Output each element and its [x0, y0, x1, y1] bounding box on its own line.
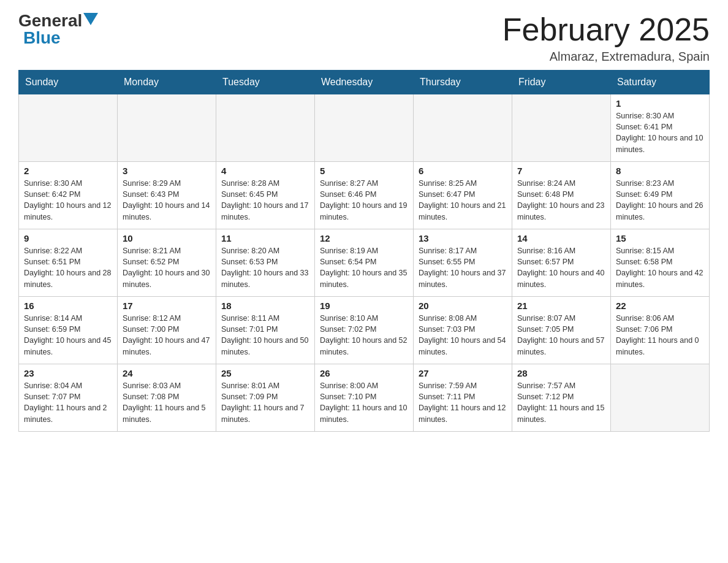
day-number: 16	[24, 301, 112, 311]
day-info: Sunrise: 8:28 AMSunset: 6:45 PMDaylight:…	[221, 178, 309, 223]
day-number: 8	[616, 166, 704, 176]
day-info: Sunrise: 8:04 AMSunset: 7:07 PMDaylight:…	[24, 380, 112, 425]
day-number: 9	[24, 233, 112, 243]
weekday-header-row: SundayMondayTuesdayWednesdayThursdayFrid…	[19, 71, 710, 94]
calendar-week-row: 1Sunrise: 8:30 AMSunset: 6:41 PMDaylight…	[19, 94, 710, 162]
day-number: 12	[320, 233, 408, 243]
weekday-header-tuesday: Tuesday	[216, 71, 315, 94]
day-number: 21	[517, 301, 605, 311]
day-info: Sunrise: 8:08 AMSunset: 7:03 PMDaylight:…	[419, 313, 507, 358]
day-number: 3	[123, 166, 211, 176]
calendar-cell: 17Sunrise: 8:12 AMSunset: 7:00 PMDayligh…	[118, 297, 216, 364]
day-info: Sunrise: 8:23 AMSunset: 6:49 PMDaylight:…	[616, 178, 704, 223]
day-number: 10	[123, 233, 211, 243]
calendar-cell: 1Sunrise: 8:30 AMSunset: 6:41 PMDaylight…	[611, 94, 710, 162]
calendar-subtitle: Almaraz, Extremadura, Spain	[502, 50, 710, 64]
day-info: Sunrise: 8:21 AMSunset: 6:52 PMDaylight:…	[123, 245, 211, 290]
weekday-header-monday: Monday	[118, 71, 216, 94]
day-number: 18	[221, 301, 309, 311]
day-info: Sunrise: 8:29 AMSunset: 6:43 PMDaylight:…	[123, 178, 211, 223]
day-info: Sunrise: 8:25 AMSunset: 6:47 PMDaylight:…	[419, 178, 507, 223]
calendar-cell: 7Sunrise: 8:24 AMSunset: 6:48 PMDaylight…	[512, 162, 611, 229]
day-info: Sunrise: 8:24 AMSunset: 6:48 PMDaylight:…	[517, 178, 605, 223]
logo: General Blue	[18, 12, 98, 47]
calendar-cell: 5Sunrise: 8:27 AMSunset: 6:46 PMDaylight…	[315, 162, 414, 229]
day-number: 23	[24, 368, 112, 378]
day-number: 25	[221, 368, 309, 378]
weekday-header-friday: Friday	[512, 71, 611, 94]
calendar-cell: 16Sunrise: 8:14 AMSunset: 6:59 PMDayligh…	[19, 297, 118, 364]
calendar-cell: 24Sunrise: 8:03 AMSunset: 7:08 PMDayligh…	[118, 364, 216, 432]
day-info: Sunrise: 8:12 AMSunset: 7:00 PMDaylight:…	[123, 313, 211, 358]
day-number: 26	[320, 368, 408, 378]
day-number: 24	[123, 368, 211, 378]
day-number: 19	[320, 301, 408, 311]
weekday-header-saturday: Saturday	[611, 71, 710, 94]
day-info: Sunrise: 8:03 AMSunset: 7:08 PMDaylight:…	[123, 380, 211, 425]
calendar-cell: 18Sunrise: 8:11 AMSunset: 7:01 PMDayligh…	[216, 297, 315, 364]
day-number: 7	[517, 166, 605, 176]
calendar-cell	[118, 94, 216, 162]
calendar-cell: 27Sunrise: 7:59 AMSunset: 7:11 PMDayligh…	[414, 364, 512, 432]
calendar-cell	[611, 364, 710, 432]
calendar-cell: 15Sunrise: 8:15 AMSunset: 6:58 PMDayligh…	[611, 229, 710, 297]
calendar-cell	[315, 94, 414, 162]
day-info: Sunrise: 8:01 AMSunset: 7:09 PMDaylight:…	[221, 380, 309, 425]
calendar-cell: 4Sunrise: 8:28 AMSunset: 6:45 PMDaylight…	[216, 162, 315, 229]
page-header: General Blue February 2025 Almaraz, Extr…	[18, 12, 710, 64]
calendar-cell: 10Sunrise: 8:21 AMSunset: 6:52 PMDayligh…	[118, 229, 216, 297]
day-number: 11	[221, 233, 309, 243]
logo-general-text: General	[18, 12, 82, 29]
day-number: 17	[123, 301, 211, 311]
calendar-cell: 14Sunrise: 8:16 AMSunset: 6:57 PMDayligh…	[512, 229, 611, 297]
title-block: February 2025 Almaraz, Extremadura, Spai…	[502, 12, 710, 64]
calendar-cell	[216, 94, 315, 162]
calendar-cell: 12Sunrise: 8:19 AMSunset: 6:54 PMDayligh…	[315, 229, 414, 297]
calendar-cell: 3Sunrise: 8:29 AMSunset: 6:43 PMDaylight…	[118, 162, 216, 229]
calendar-cell: 28Sunrise: 7:57 AMSunset: 7:12 PMDayligh…	[512, 364, 611, 432]
day-number: 27	[419, 368, 507, 378]
day-info: Sunrise: 8:15 AMSunset: 6:58 PMDaylight:…	[616, 245, 704, 290]
calendar-body: 1Sunrise: 8:30 AMSunset: 6:41 PMDaylight…	[19, 94, 710, 432]
calendar-cell: 13Sunrise: 8:17 AMSunset: 6:55 PMDayligh…	[414, 229, 512, 297]
day-number: 13	[419, 233, 507, 243]
day-number: 20	[419, 301, 507, 311]
calendar-week-row: 2Sunrise: 8:30 AMSunset: 6:42 PMDaylight…	[19, 162, 710, 229]
day-info: Sunrise: 8:19 AMSunset: 6:54 PMDaylight:…	[320, 245, 408, 290]
day-info: Sunrise: 8:14 AMSunset: 6:59 PMDaylight:…	[24, 313, 112, 358]
day-info: Sunrise: 8:30 AMSunset: 6:42 PMDaylight:…	[24, 178, 112, 223]
day-info: Sunrise: 7:59 AMSunset: 7:11 PMDaylight:…	[419, 380, 507, 425]
calendar-cell: 21Sunrise: 8:07 AMSunset: 7:05 PMDayligh…	[512, 297, 611, 364]
day-number: 4	[221, 166, 309, 176]
calendar-week-row: 23Sunrise: 8:04 AMSunset: 7:07 PMDayligh…	[19, 364, 710, 432]
day-number: 15	[616, 233, 704, 243]
logo-blue-text: Blue	[23, 29, 61, 47]
day-info: Sunrise: 8:00 AMSunset: 7:10 PMDaylight:…	[320, 380, 408, 425]
calendar-cell: 23Sunrise: 8:04 AMSunset: 7:07 PMDayligh…	[19, 364, 118, 432]
calendar-cell: 22Sunrise: 8:06 AMSunset: 7:06 PMDayligh…	[611, 297, 710, 364]
calendar-title: February 2025	[502, 12, 710, 47]
day-number: 14	[517, 233, 605, 243]
calendar-week-row: 16Sunrise: 8:14 AMSunset: 6:59 PMDayligh…	[19, 297, 710, 364]
day-info: Sunrise: 8:11 AMSunset: 7:01 PMDaylight:…	[221, 313, 309, 358]
calendar-cell: 19Sunrise: 8:10 AMSunset: 7:02 PMDayligh…	[315, 297, 414, 364]
day-info: Sunrise: 8:10 AMSunset: 7:02 PMDaylight:…	[320, 313, 408, 358]
calendar-cell: 25Sunrise: 8:01 AMSunset: 7:09 PMDayligh…	[216, 364, 315, 432]
weekday-header-sunday: Sunday	[19, 71, 118, 94]
calendar-cell: 20Sunrise: 8:08 AMSunset: 7:03 PMDayligh…	[414, 297, 512, 364]
day-info: Sunrise: 8:30 AMSunset: 6:41 PMDaylight:…	[616, 110, 704, 155]
day-info: Sunrise: 8:27 AMSunset: 6:46 PMDaylight:…	[320, 178, 408, 223]
weekday-header-wednesday: Wednesday	[315, 71, 414, 94]
day-info: Sunrise: 8:22 AMSunset: 6:51 PMDaylight:…	[24, 245, 112, 290]
day-info: Sunrise: 8:16 AMSunset: 6:57 PMDaylight:…	[517, 245, 605, 290]
calendar-cell: 9Sunrise: 8:22 AMSunset: 6:51 PMDaylight…	[19, 229, 118, 297]
day-number: 6	[419, 166, 507, 176]
calendar-cell: 2Sunrise: 8:30 AMSunset: 6:42 PMDaylight…	[19, 162, 118, 229]
day-info: Sunrise: 8:06 AMSunset: 7:06 PMDaylight:…	[616, 313, 704, 358]
logo-triangle-icon	[83, 13, 98, 25]
day-number: 5	[320, 166, 408, 176]
calendar-cell	[414, 94, 512, 162]
calendar-table: SundayMondayTuesdayWednesdayThursdayFrid…	[18, 70, 710, 432]
calendar-cell: 11Sunrise: 8:20 AMSunset: 6:53 PMDayligh…	[216, 229, 315, 297]
day-number: 2	[24, 166, 112, 176]
